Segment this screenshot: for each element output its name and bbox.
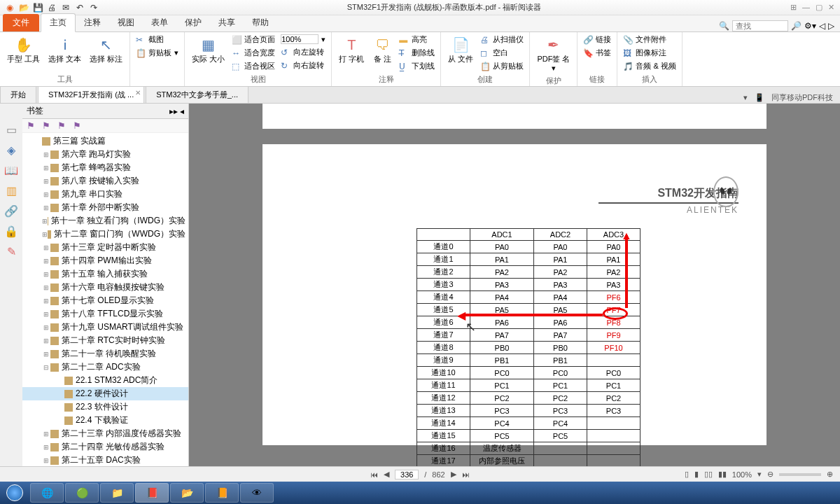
rotate-left-button[interactable]: ↺向左旋转 [279, 46, 327, 58]
collapse-icon[interactable]: ▸▸ ◂ [169, 106, 184, 116]
search-icon[interactable]: 🔍 [719, 21, 729, 31]
bookmark-item[interactable]: 22.3 软件设计 [22, 400, 188, 414]
ribbon-tab-protect[interactable]: 保护 [176, 14, 210, 31]
view-contfacing-icon[interactable]: ▮▮ [718, 470, 727, 479]
taskbar-app-6[interactable]: 📙 [205, 483, 239, 503]
from-file-button[interactable]: 📄从 文件 [445, 34, 476, 65]
print-icon[interactable]: 🖨 [46, 2, 57, 13]
pages-icon[interactable]: ▭ [6, 123, 17, 136]
underline-button[interactable]: U̲下划线 [398, 60, 436, 72]
save-icon[interactable]: 💾 [32, 2, 43, 13]
comments-icon[interactable]: 📖 [4, 164, 18, 177]
zoom-select[interactable]: ▾ [279, 34, 327, 45]
taskbar-app-3[interactable]: 📁 [100, 483, 134, 503]
clipboard-button[interactable]: 📋剪贴板▾ [134, 47, 180, 59]
bookmark-item[interactable]: ⊞第二十一章 待机唤醒实验 [22, 347, 188, 360]
bookmark-item[interactable]: ⊞第二十三章 内部温度传感器实验 [22, 427, 188, 440]
snapshot-button[interactable]: ✂截图 [134, 34, 180, 46]
page-input[interactable] [395, 470, 419, 479]
bookmark-item[interactable]: ⊞第十四章 PWM输出实验 [22, 254, 188, 267]
document-viewport[interactable]: STM32开发指南 ALIENTEK ADC1ADC2ADC3通道0PA0PA0… [189, 104, 840, 489]
fit-page-button[interactable]: ⬜适合页面 [230, 34, 276, 46]
bookmark-item[interactable]: ⊞第二十四章 光敏传感器实验 [22, 440, 188, 454]
bookmark-item[interactable]: ⊞第九章 串口实验 [22, 188, 188, 201]
bookmark-item[interactable]: ⊞第二十五章 DAC实验 [22, 454, 188, 467]
note-button[interactable]: 🗨备 注 [370, 34, 395, 65]
gear-icon[interactable]: ⚙▾ [804, 21, 816, 31]
ribbon-tab-comment[interactable]: 注释 [76, 14, 109, 31]
close-icon[interactable]: ✕ [828, 3, 834, 12]
ribbon-tab-form[interactable]: 表单 [143, 14, 176, 31]
prev-page-icon[interactable]: ◀ [384, 470, 389, 479]
bookmark-tree[interactable]: 第三篇 实战篇⊞第六章 跑马灯实验⊞第七章 蜂鸣器实验⊞第八章 按键输入实验⊞第… [22, 133, 188, 489]
bm-add-icon[interactable]: ⚑ [27, 120, 35, 131]
attach-file-button[interactable]: 📎文件附件 [622, 34, 677, 46]
bookmark-item[interactable]: 22.1 STM32 ADC简介 [22, 374, 188, 387]
doc-tab-start[interactable]: 开始 [0, 86, 36, 103]
taskbar-app-5[interactable]: 📂 [170, 483, 204, 503]
bookmark-item[interactable]: ⊞第十五章 输入捕获实验 [22, 267, 188, 281]
bookmark-item[interactable]: ⊞第十八章 TFTLCD显示实验 [22, 307, 188, 321]
bookmark-item[interactable]: ⊞第十九章 USMART调试组件实验 [22, 321, 188, 334]
bookmark-item[interactable]: ⊞第十三章 定时器中断实验 [22, 241, 188, 254]
maximize-icon[interactable]: ▢ [816, 3, 822, 12]
bookmark-button[interactable]: 🔖书签 [582, 47, 612, 59]
attachments-icon[interactable]: 🔗 [4, 204, 18, 218]
bm-delete-icon[interactable]: ⚑ [73, 120, 81, 131]
signature-icon[interactable]: ✎ [7, 245, 16, 258]
rotate-right-button[interactable]: ↻向右旋转 [279, 59, 327, 71]
zoom-input[interactable] [281, 34, 318, 44]
bookmark-item[interactable]: ⊞第十二章 窗口门狗（WWDG）实验 [22, 227, 188, 241]
nav-next-icon[interactable]: ▷ [828, 21, 834, 31]
select-text-button[interactable]: Ꭵ选择 文本 [46, 34, 84, 65]
fit-visible-button[interactable]: ⬚适合视区 [230, 60, 276, 72]
bm-expand-icon[interactable]: ⚑ [42, 120, 50, 131]
grid-icon[interactable]: ⊞ [790, 3, 797, 12]
bookmark-item[interactable]: 第三篇 实战篇 [22, 134, 188, 148]
bookmark-item[interactable]: ⊞第十一章 独立看门狗（IWDG）实验 [22, 214, 188, 227]
bookmark-item[interactable]: ⊞第十七章 OLED显示实验 [22, 294, 188, 307]
taskbar-app-4[interactable]: 📕 [135, 483, 169, 503]
bookmark-item[interactable]: 22.2 硬件设计 [22, 387, 188, 400]
mobile-icon[interactable]: 📱 [755, 93, 764, 102]
chevron-down-icon[interactable]: ▾ [743, 93, 748, 102]
doc-tab-current[interactable]: STM32F1开发指南 (战 ...✕ [38, 86, 144, 103]
last-page-icon[interactable]: ⏭ [462, 470, 470, 479]
thumbnails-icon[interactable]: ▥ [6, 184, 17, 197]
close-tab-icon[interactable]: ✕ [135, 89, 141, 97]
typewriter-button[interactable]: T打 字机 [336, 34, 367, 65]
zoom-in-icon[interactable]: ⊕ [827, 470, 833, 479]
bookmark-item[interactable]: ⊞第二十章 RTC实时时钟实验 [22, 334, 188, 347]
actual-size-button[interactable]: ▦实际 大小 [189, 34, 227, 65]
ribbon-tab-help[interactable]: 帮助 [244, 14, 277, 31]
bookmark-item[interactable]: ⊞第十六章 电容触摸按键实验 [22, 281, 188, 294]
open-icon[interactable]: 📂 [18, 2, 29, 13]
strike-button[interactable]: T̶删除线 [398, 47, 436, 59]
from-scanner-button[interactable]: 🖨从扫描仪 [479, 34, 525, 46]
nav-prev-icon[interactable]: ◁ [819, 21, 825, 31]
taskbar-app-1[interactable]: 🌐 [30, 483, 64, 503]
taskbar-app-7[interactable]: 👁 [240, 483, 274, 503]
hand-tool-button[interactable]: ✋手型 工具 [4, 34, 43, 65]
zoom-slider[interactable] [779, 473, 821, 476]
from-clip-button[interactable]: 📋从剪贴板 [479, 60, 525, 72]
zoom-out-icon[interactable]: ⊖ [767, 470, 774, 479]
next-page-icon[interactable]: ▶ [451, 470, 456, 479]
start-button[interactable] [0, 482, 29, 504]
ribbon-tab-home[interactable]: 主页 [41, 13, 76, 32]
mail-icon[interactable]: ✉ [60, 2, 71, 13]
audio-video-button[interactable]: 🎵音频 & 视频 [622, 60, 677, 72]
select-annotation-button[interactable]: ↖选择 标注 [87, 34, 125, 65]
bookmark-item[interactable]: ⊞第六章 跑马灯实验 [22, 148, 188, 161]
ribbon-tab-share[interactable]: 共享 [210, 14, 244, 31]
view-single-icon[interactable]: ▯ [685, 470, 689, 479]
highlight-button[interactable]: ▬高亮 [398, 34, 436, 46]
ribbon-tab-view[interactable]: 视图 [109, 14, 143, 31]
link-button[interactable]: 🔗链接 [582, 34, 612, 46]
redo-icon[interactable]: ↷ [88, 2, 99, 13]
ribbon-tab-file[interactable]: 文件 [3, 14, 39, 31]
blank-button[interactable]: ◻空白 [479, 47, 525, 59]
view-facing-icon[interactable]: ▯▯ [704, 470, 713, 479]
bookmark-item[interactable]: ⊟第二十二章 ADC实验 [22, 360, 188, 374]
fit-width-button[interactable]: ↔适合宽度 [230, 47, 276, 59]
